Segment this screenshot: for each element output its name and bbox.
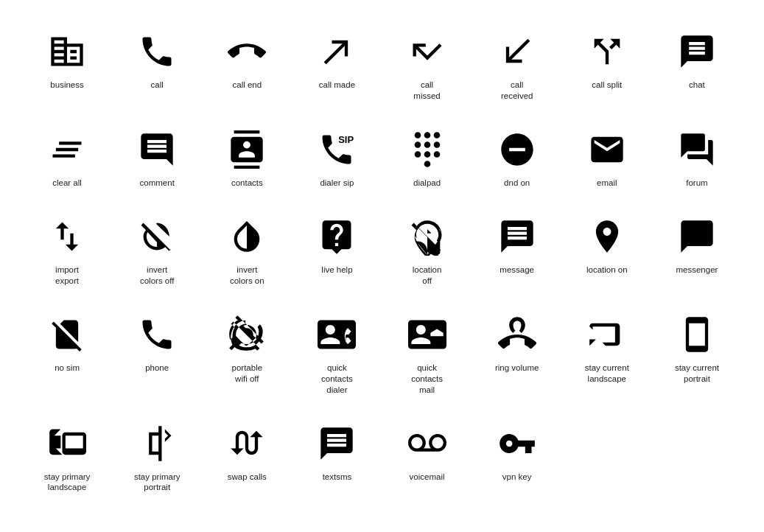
icon-cell-quick-contacts-mail: quickcontactsmail (382, 305, 472, 407)
forum-label: forum (686, 178, 707, 189)
quick-contacts-mail-icon (405, 312, 449, 357)
stay-current-portrait-icon (675, 312, 719, 357)
voicemail-icon (405, 421, 449, 466)
phone-label: phone (145, 363, 169, 374)
import-export-icon (45, 214, 89, 259)
icon-cell-phone: phone (112, 305, 202, 385)
textsms-label: textsms (323, 472, 352, 483)
phone-icon (135, 312, 179, 357)
invert-colors-on-icon (225, 214, 269, 259)
icon-grid: business call call end call made callmis… (22, 22, 742, 504)
dialpad-label: dialpad (413, 178, 441, 189)
call-split-icon (585, 29, 629, 74)
icon-cell-voicemail: voicemail (382, 414, 472, 494)
forum-icon (675, 127, 719, 172)
portable-wifi-off-label: portablewifi off (232, 363, 263, 385)
swap-calls-label: swap calls (228, 472, 267, 483)
textsms-icon (315, 421, 359, 466)
dialer-sip-icon: SIP (315, 127, 359, 172)
stay-current-portrait-label: stay currentportrait (675, 363, 719, 385)
location-off-icon (405, 214, 449, 259)
call-made-icon (315, 29, 359, 74)
icon-cell-stay-current-portrait: stay currentportrait (652, 305, 742, 396)
contacts-label: contacts (231, 178, 263, 189)
stay-primary-portrait-label: stay primaryportrait (134, 472, 181, 494)
location-off-label: locationoff (413, 265, 442, 287)
messenger-icon (675, 214, 719, 259)
icon-cell-clear-all: clear all (22, 120, 112, 200)
call-received-icon (495, 29, 539, 74)
icon-cell-messenger: messenger (652, 207, 742, 287)
email-icon (585, 127, 629, 172)
contacts-icon (225, 127, 269, 172)
call-icon (135, 29, 179, 74)
call-received-label: callreceived (501, 80, 533, 102)
call-end-icon (225, 29, 269, 74)
icon-cell-chat: chat (652, 22, 742, 102)
message-label: message (500, 265, 534, 276)
icon-cell-call-missed: callmissed (382, 22, 472, 113)
stay-primary-landscape-label: stay primarylandscape (44, 472, 91, 494)
dialer-sip-label: dialer sip (320, 178, 354, 189)
icon-cell-stay-current-landscape: stay currentlandscape (562, 305, 652, 396)
quick-contacts-mail-label: quickcontactsmail (411, 363, 443, 396)
live-help-icon (315, 214, 359, 259)
location-on-icon (585, 214, 629, 259)
icon-cell-stay-primary-landscape: stay primarylandscape (22, 414, 112, 505)
icon-cell-import-export: importexport (22, 207, 112, 298)
stay-primary-portrait-icon (135, 421, 179, 466)
ring-volume-label: ring volume (495, 363, 539, 374)
no-sim-icon (45, 312, 89, 357)
import-export-label: importexport (55, 265, 79, 287)
portable-wifi-off-icon (225, 312, 269, 357)
invert-colors-on-label: invertcolors on (230, 265, 264, 287)
dnd-on-icon (495, 127, 539, 172)
icon-cell-call-split: call split (562, 22, 652, 102)
icon-cell-ring-volume: ring volume (472, 305, 562, 385)
icon-cell-forum: forum (652, 120, 742, 200)
stay-primary-landscape-icon (45, 421, 89, 466)
icon-cell-textsms: textsms (292, 414, 382, 494)
call-split-label: call split (592, 80, 622, 91)
live-help-label: live help (321, 265, 352, 276)
vpn-key-label: vpn key (502, 472, 532, 483)
business-label: business (50, 80, 83, 91)
icon-cell-dnd-on: dnd on (472, 120, 562, 200)
call-end-label: call end (232, 80, 262, 91)
clear-all-icon (45, 127, 89, 172)
icon-cell-message: message (472, 207, 562, 287)
icon-cell-call-made: call made (292, 22, 382, 102)
invert-colors-off-label: invertcolors off (140, 265, 174, 287)
dnd-on-label: dnd on (504, 178, 530, 189)
icon-cell-comment: comment (112, 120, 202, 200)
clear-all-label: clear all (52, 178, 82, 189)
chat-icon (675, 29, 719, 74)
chat-label: chat (689, 80, 705, 91)
svg-text:SIP: SIP (339, 134, 354, 145)
call-made-label: call made (319, 80, 355, 91)
icon-cell-dialer-sip: SIP dialer sip (292, 120, 382, 200)
icon-cell-call: call (112, 22, 202, 102)
call-label: call (151, 80, 164, 91)
comment-label: comment (140, 178, 175, 189)
icon-cell-dialpad: dialpad (382, 120, 472, 200)
icon-cell-call-end: call end (202, 22, 292, 102)
icon-cell-business: business (22, 22, 112, 102)
quick-contacts-dialer-icon (315, 312, 359, 357)
icon-cell-invert-colors-on: invertcolors on (202, 207, 292, 298)
icon-cell-call-received: callreceived (472, 22, 562, 113)
icon-cell-stay-primary-portrait: stay primaryportrait (112, 414, 202, 505)
location-on-label: location on (586, 265, 628, 276)
icon-cell-vpn-key: vpn key (472, 414, 562, 494)
icon-cell-invert-colors-off: invertcolors off (112, 207, 202, 298)
comment-icon (135, 127, 179, 172)
quick-contacts-dialer-label: quickcontactsdialer (321, 363, 353, 396)
dialpad-icon (405, 127, 449, 172)
icon-cell-live-help: live help (292, 207, 382, 287)
message-icon (495, 214, 539, 259)
call-missed-label: callmissed (413, 80, 440, 102)
stay-current-landscape-icon (585, 312, 629, 357)
icon-cell-quick-contacts-dialer: quickcontactsdialer (292, 305, 382, 407)
icon-cell-no-sim: no sim (22, 305, 112, 385)
no-sim-label: no sim (55, 363, 80, 374)
